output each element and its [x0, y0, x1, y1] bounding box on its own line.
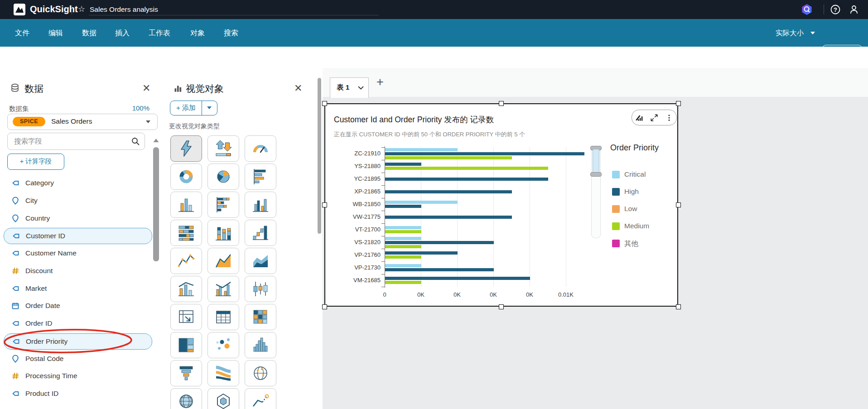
legend-item-High[interactable]: High: [612, 188, 675, 196]
resize-handle-3[interactable]: [676, 101, 681, 106]
field-market[interactable]: Market: [4, 281, 151, 296]
chart-bar-Critical[interactable]: [385, 226, 421, 229]
visual-type-funnel-chart[interactable]: [170, 360, 202, 386]
menu-item-7[interactable]: 搜索: [224, 19, 238, 47]
quicksight-logo-icon[interactable]: [14, 4, 25, 15]
visual-type-vertical-grouped-bar-chart[interactable]: [245, 192, 276, 218]
kebab-menu-icon[interactable]: [665, 114, 673, 122]
resize-handle-4[interactable]: [322, 202, 327, 207]
visual-type-vertical-bar-chart[interactable]: [170, 192, 202, 218]
visual-type-combo-bar-line-chart[interactable]: [170, 276, 202, 302]
resize-handle-8[interactable]: [676, 304, 681, 309]
menu-item-1[interactable]: 文件: [15, 19, 29, 47]
visual-type-line-chart[interactable]: [170, 248, 202, 274]
chart-bar-Medium[interactable]: [385, 255, 421, 259]
chart-bar-High[interactable]: [385, 178, 548, 181]
star-icon[interactable]: ☆: [78, 4, 85, 14]
field-city[interactable]: City: [4, 193, 151, 208]
visuals-panel-scrollbar[interactable]: [318, 78, 321, 234]
legend-item-其他[interactable]: 其他: [612, 240, 675, 248]
search-icon[interactable]: [131, 137, 140, 146]
chevron-down-icon[interactable]: [358, 86, 364, 90]
field-order-date[interactable]: Order Date: [4, 298, 151, 313]
field-product-id[interactable]: Product ID: [4, 386, 151, 401]
scroll-up-arrow-icon[interactable]: [153, 138, 159, 143]
visual-type-horizontal-bar-chart[interactable]: [245, 164, 276, 190]
field-category[interactable]: Category: [4, 175, 151, 191]
chart-bar-Critical[interactable]: [385, 237, 421, 240]
menu-item-6[interactable]: 对象: [190, 19, 205, 47]
search-fields-input[interactable]: [13, 135, 124, 148]
help-icon[interactable]: ?: [830, 4, 841, 15]
chart-bar-Medium[interactable]: [385, 245, 421, 248]
resize-handle-1[interactable]: [322, 101, 327, 106]
visual-type-sankey-diagram[interactable]: [207, 360, 239, 386]
visual-type-donut-chart[interactable]: [170, 164, 202, 190]
chart-bar-Medium[interactable]: [385, 167, 548, 170]
chart-bar-High[interactable]: [385, 152, 584, 155]
visual-type-gauge[interactable]: [245, 135, 276, 162]
chart-bar-High[interactable]: [385, 241, 494, 244]
q-assistant-icon[interactable]: [801, 4, 813, 15]
data-panel-scrollbar[interactable]: [153, 147, 159, 261]
chart-bar-Medium[interactable]: [385, 281, 421, 284]
chart-bar-Critical[interactable]: [385, 201, 458, 204]
format-visual-icon[interactable]: [635, 113, 644, 122]
chart-bar-High[interactable]: [385, 277, 530, 280]
sheet-tab[interactable]: 表 1: [330, 77, 369, 98]
add-visual-caret[interactable]: [202, 101, 217, 115]
visual-type-horizontal-stacked-bar-chart[interactable]: [207, 192, 239, 218]
chart-bar-Medium[interactable]: [385, 156, 512, 159]
visual-container[interactable]: Customer Id and Order Priority 发布的 记录数 正…: [324, 103, 678, 307]
dataset-dropdown[interactable]: SPICE Sales Orders: [7, 114, 158, 130]
legend-item-Critical[interactable]: Critical: [612, 171, 675, 179]
user-icon[interactable]: [849, 4, 859, 15]
visual-type-stacked-area-chart[interactable]: [245, 248, 276, 274]
visual-type-kpi[interactable]: [207, 135, 239, 162]
visual-type-horizontal-stacked-100-bar-chart[interactable]: [170, 220, 202, 246]
visual-type-auto-graph[interactable]: [170, 135, 202, 162]
chart-bar-High[interactable]: [385, 163, 421, 166]
close-data-panel-icon[interactable]: ✕: [142, 84, 150, 93]
view-size-dropdown[interactable]: 实际大小: [776, 19, 815, 47]
chart-bar-Critical[interactable]: [385, 264, 421, 267]
visual-type-filled-map[interactable]: [170, 388, 202, 409]
chart-bar-High[interactable]: [385, 205, 421, 208]
visual-type-pivot-table[interactable]: [170, 304, 202, 330]
resize-handle-2[interactable]: [499, 101, 504, 106]
visual-type-scatter-plot[interactable]: [207, 332, 239, 358]
menu-item-3[interactable]: 数据: [82, 19, 96, 47]
chart-bar-High[interactable]: [385, 216, 512, 219]
visual-type-combo-clustered-bar-line-chart[interactable]: [207, 276, 239, 302]
calculated-field-button[interactable]: + 计算字段: [7, 154, 64, 170]
visual-type-waterfall-chart[interactable]: [245, 220, 276, 246]
resize-handle-6[interactable]: [322, 304, 327, 309]
visual-type-pie-chart[interactable]: [207, 164, 239, 190]
chart-bar-High[interactable]: [385, 251, 458, 255]
menu-item-5[interactable]: 工作表: [149, 19, 170, 47]
visual-type-points-on-map[interactable]: [245, 360, 276, 386]
visual-type-table[interactable]: [207, 304, 239, 330]
resize-handle-5[interactable]: [676, 202, 681, 207]
legend-item-Medium[interactable]: Medium: [612, 222, 675, 231]
menu-item-4[interactable]: 插入: [115, 19, 130, 47]
chart-scrollbar-thumb[interactable]: [593, 149, 599, 174]
resize-handle-7[interactable]: [499, 304, 504, 309]
visual-type-hex-map[interactable]: [207, 388, 239, 409]
chart-bar-High[interactable]: [385, 268, 494, 271]
menu-item-2[interactable]: 编辑: [48, 19, 63, 47]
visual-type-area-line-chart[interactable]: [207, 248, 239, 274]
visual-type-treemap[interactable]: [170, 332, 202, 358]
maximize-icon[interactable]: [650, 114, 658, 122]
field-discount[interactable]: Discount: [4, 263, 151, 279]
field-country[interactable]: Country: [4, 211, 151, 226]
add-visual-button[interactable]: + 添加: [170, 101, 217, 115]
document-title[interactable]: Sales Orders analysis: [90, 5, 158, 14]
close-visuals-panel-icon[interactable]: ✕: [294, 84, 302, 93]
field-processing-time[interactable]: Processing Time: [4, 368, 151, 384]
visual-type-heatmap[interactable]: [245, 304, 276, 330]
visual-type-vertical-stacked-bar-chart[interactable]: [207, 220, 239, 246]
visual-type-forecast-chart[interactable]: [245, 388, 276, 409]
add-sheet-button[interactable]: +: [373, 72, 387, 92]
legend-item-Low[interactable]: Low: [612, 205, 675, 213]
